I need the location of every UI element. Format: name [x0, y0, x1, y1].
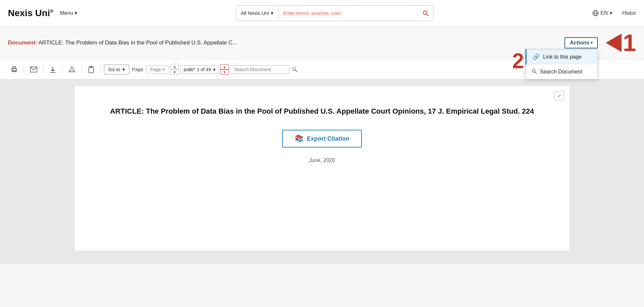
hit-up-button[interactable]: ▲: [220, 64, 229, 70]
hit-down-button[interactable]: ▼: [220, 70, 229, 75]
svg-rect-16: [89, 67, 93, 73]
download-icon: [49, 66, 56, 73]
search-document-label: Search Document: [540, 69, 582, 75]
svg-line-19: [295, 70, 297, 72]
expand-button[interactable]: ⤢: [554, 91, 564, 100]
document-area: ⤢ ARTICLE: The Problem of Data Bias in t…: [0, 79, 644, 264]
search-document-item[interactable]: Search Document: [526, 65, 597, 79]
separator: [100, 65, 101, 74]
separator: [81, 65, 82, 74]
print-icon: [11, 66, 18, 73]
print-button[interactable]: [8, 65, 20, 74]
chevron-down-icon: ▾: [591, 41, 593, 45]
search-document-input[interactable]: [230, 65, 289, 74]
language-selector[interactable]: EN ▾: [593, 10, 612, 16]
actions-area: Actions ▾ 🔗 Link to this page Searc: [564, 37, 598, 48]
history-link[interactable]: Histor: [622, 10, 636, 16]
chevron-down-icon: ▾: [75, 10, 77, 16]
search-filter-label: All Nexis Uni: [241, 10, 269, 16]
page-down-button[interactable]: ▼: [171, 70, 179, 75]
search-icon: [531, 69, 537, 75]
search-document-button[interactable]: [289, 66, 300, 73]
logo: Nexis Uni®: [8, 8, 53, 18]
document-title: ARTICLE: The Problem of Data Bias in the…: [101, 106, 543, 117]
red-arrow-left: [606, 34, 622, 52]
drive-button[interactable]: [66, 65, 78, 74]
clipboard-button[interactable]: [85, 65, 97, 74]
globe-icon: [593, 10, 598, 16]
search-input[interactable]: [278, 6, 418, 21]
search-filter-dropdown[interactable]: All Nexis Uni ▾: [236, 6, 278, 21]
svg-point-10: [12, 69, 13, 70]
breadcrumb-bar: Document: ARTICLE: The Problem of Data B…: [0, 26, 644, 60]
search-icon: [422, 10, 429, 16]
page-label: Page: [132, 67, 144, 72]
breadcrumb-right-area: 2 Actions ▾ 🔗 Link to this page: [564, 31, 636, 55]
page-number-input[interactable]: [146, 65, 169, 74]
page-up-button[interactable]: ▲: [171, 64, 179, 69]
chevron-down-icon: ▾: [213, 67, 215, 72]
download-button[interactable]: [47, 65, 59, 74]
actions-button[interactable]: Actions ▾: [564, 37, 598, 48]
goto-button[interactable]: Go to ▾: [104, 65, 129, 74]
chevron-down-icon: ▾: [122, 67, 125, 72]
link-page-label: Link to this page: [543, 54, 582, 60]
search-icon: [292, 67, 297, 72]
search-term-display[interactable]: politi* 1 of 49 ▾: [180, 65, 219, 74]
goto-label: Go to: [108, 67, 120, 72]
document-card: ⤢ ARTICLE: The Problem of Data Bias in t…: [75, 86, 569, 251]
actions-label: Actions: [570, 40, 589, 46]
drive-icon: [68, 66, 76, 73]
svg-marker-14: [69, 67, 75, 72]
menu-button[interactable]: Menu ▾: [60, 10, 77, 16]
top-nav: Nexis Uni® Menu ▾ All Nexis Uni ▾ EN ▾ H…: [0, 0, 644, 26]
expand-icon: ⤢: [557, 93, 561, 98]
annotation-1: 1: [606, 31, 636, 55]
lang-label: EN: [600, 10, 608, 16]
page-nav-arrows: ▲ ▼: [171, 64, 179, 75]
link-icon: 🔗: [532, 53, 540, 61]
breadcrumb-label: Document:: [8, 40, 37, 46]
annotation-number-1: 1: [623, 31, 636, 55]
separator: [62, 65, 62, 74]
document-date: June, 2020: [101, 157, 543, 163]
email-button[interactable]: [27, 65, 40, 74]
svg-line-6: [535, 72, 536, 73]
export-icon: 📚: [295, 134, 304, 143]
breadcrumb: Document: ARTICLE: The Problem of Data B…: [8, 40, 564, 46]
chevron-down-icon: ▾: [271, 10, 274, 16]
menu-label: Menu: [60, 10, 73, 16]
hit-nav-arrows: ▲ ▼: [220, 64, 229, 75]
logo-reg: ®: [50, 8, 53, 14]
clipboard-icon: [88, 66, 94, 73]
hit-count-text: 1 of 49: [197, 67, 211, 72]
logo-text: Nexis Uni: [8, 8, 50, 18]
search-button[interactable]: [418, 6, 434, 21]
export-citation-label: Export Citation: [307, 135, 349, 142]
svg-rect-9: [13, 70, 16, 72]
breadcrumb-title: ARTICLE: The Problem of Data Bias in the…: [39, 40, 237, 46]
separator: [24, 65, 24, 74]
svg-line-1: [427, 14, 428, 16]
separator: [43, 65, 44, 74]
export-citation-button[interactable]: 📚 Export Citation: [282, 130, 362, 148]
email-icon: [30, 67, 37, 72]
actions-dropdown: 🔗 Link to this page Search Document: [525, 49, 598, 79]
search-term-text: politi*: [184, 67, 195, 72]
chevron-down-icon: ▾: [610, 10, 612, 16]
search-bar: All Nexis Uni ▾: [236, 5, 434, 21]
link-to-page-item[interactable]: 🔗 Link to this page: [526, 49, 597, 65]
